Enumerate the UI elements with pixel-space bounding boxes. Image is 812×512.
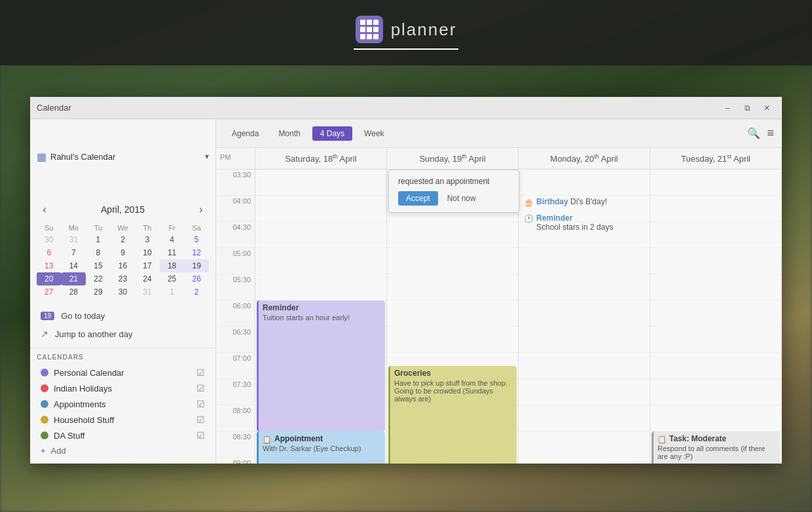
mini-cal-day[interactable]: 27 bbox=[37, 285, 62, 299]
groceries-event[interactable]: Groceries Have to pick up stuff from the… bbox=[388, 366, 517, 464]
time-slot[interactable] bbox=[650, 170, 781, 196]
time-slot[interactable] bbox=[650, 379, 781, 405]
time-slot[interactable] bbox=[387, 327, 518, 353]
time-slot[interactable] bbox=[519, 248, 650, 274]
not-now-button[interactable]: Not now bbox=[442, 191, 481, 206]
calendar-checkbox[interactable]: ☑ bbox=[196, 399, 205, 409]
time-slot[interactable] bbox=[650, 196, 781, 222]
time-slot[interactable] bbox=[650, 353, 781, 379]
task-icon: 📋 bbox=[657, 435, 667, 444]
go-to-today-action[interactable]: 19 Go to today bbox=[37, 308, 209, 324]
close-button[interactable]: ✕ bbox=[758, 101, 775, 115]
mini-cal-day[interactable]: 2 bbox=[111, 233, 136, 246]
mini-cal-day[interactable]: 30 bbox=[111, 285, 136, 299]
time-slot[interactable] bbox=[255, 196, 386, 222]
search-button[interactable]: 🔍 bbox=[747, 127, 760, 139]
time-slot[interactable] bbox=[519, 327, 650, 353]
jump-to-day-action[interactable]: ↗ Jump to another day bbox=[37, 325, 209, 342]
time-slot[interactable] bbox=[255, 170, 386, 196]
time-slot[interactable] bbox=[519, 170, 650, 196]
month-button[interactable]: Month bbox=[270, 126, 308, 141]
mini-cal-day[interactable]: 6 bbox=[37, 246, 62, 259]
mini-cal-day[interactable]: 1 bbox=[86, 233, 111, 246]
school-reminder-event[interactable]: 🕐 Reminder School stars in 2 days bbox=[521, 212, 647, 233]
time-slot[interactable] bbox=[650, 248, 781, 274]
agenda-button[interactable]: Agenda bbox=[224, 126, 267, 141]
time-slot[interactable] bbox=[387, 274, 518, 301]
calendar-checkbox[interactable]: ☑ bbox=[196, 414, 205, 425]
reminder-event[interactable]: Reminder Tuition starts an hour early! bbox=[257, 301, 385, 431]
mini-cal-day[interactable]: 30 bbox=[37, 233, 62, 246]
appointment-event[interactable]: 📋 Appointment With Dr. Sarkar (Eye Check… bbox=[257, 431, 385, 464]
mini-cal-day[interactable]: 5 bbox=[184, 233, 209, 246]
mini-cal-day[interactable]: 22 bbox=[86, 272, 111, 285]
add-calendar-button[interactable]: + Add bbox=[37, 443, 209, 458]
prev-month-button[interactable]: ‹ bbox=[37, 202, 52, 217]
mini-cal-day[interactable]: 26 bbox=[184, 272, 209, 285]
task-event[interactable]: 📋 Task: Moderate Respond to all comments… bbox=[652, 431, 780, 464]
time-grid[interactable]: 03:3004:0004:3005:0005:3006:0006:3007:00… bbox=[216, 170, 782, 464]
mini-cal-day[interactable]: 12 bbox=[184, 246, 209, 259]
time-slot[interactable] bbox=[387, 222, 518, 248]
time-slot[interactable] bbox=[519, 431, 650, 458]
accept-button[interactable]: Accept bbox=[398, 191, 438, 206]
menu-button[interactable]: ≡ bbox=[767, 126, 774, 140]
four-days-button[interactable]: 4 Days bbox=[312, 126, 352, 141]
time-slot[interactable] bbox=[650, 274, 781, 301]
time-slot[interactable] bbox=[650, 327, 781, 353]
time-slot[interactable] bbox=[387, 301, 518, 327]
calendar-icon: ▦ bbox=[37, 151, 46, 163]
time-slot[interactable] bbox=[519, 379, 650, 405]
birthday-event[interactable]: 🎂 Birthday Di's B'day! bbox=[521, 196, 647, 208]
week-button[interactable]: Week bbox=[356, 126, 392, 141]
restore-button[interactable]: ⧉ bbox=[739, 101, 756, 115]
time-slot[interactable] bbox=[519, 405, 650, 431]
minimize-button[interactable]: – bbox=[719, 101, 736, 115]
mini-cal-day[interactable]: 4 bbox=[160, 233, 185, 246]
mini-cal-day[interactable]: 25 bbox=[160, 272, 185, 285]
sidebar: ▦ Rahul's Calendar ▾ ‹ April, 2015 › SuM… bbox=[30, 119, 216, 464]
time-slot[interactable] bbox=[519, 458, 650, 464]
mini-cal-day[interactable]: 7 bbox=[62, 246, 86, 259]
mini-cal-day[interactable]: 10 bbox=[135, 246, 160, 259]
mini-cal-day[interactable]: 8 bbox=[86, 246, 111, 259]
mini-cal-day[interactable]: 1 bbox=[160, 285, 185, 299]
mini-cal-day[interactable]: 21 bbox=[62, 272, 86, 285]
mini-cal-day[interactable]: 24 bbox=[135, 272, 160, 285]
mini-cal-day[interactable]: 11 bbox=[160, 246, 185, 259]
mini-cal-day[interactable]: 28 bbox=[62, 285, 86, 299]
mini-cal-day[interactable]: 18 bbox=[160, 259, 185, 272]
time-slot[interactable] bbox=[519, 353, 650, 379]
calendar-item: Indian Holidays ☑ bbox=[37, 380, 209, 396]
time-slot[interactable] bbox=[387, 248, 518, 274]
mini-cal-day[interactable]: 31 bbox=[135, 285, 160, 299]
event-subtitle: With Dr. Sarkar (Eye Checkup) bbox=[263, 445, 381, 452]
mini-cal-day[interactable]: 19 bbox=[184, 259, 209, 272]
mini-cal-day[interactable]: 14 bbox=[62, 259, 86, 272]
mini-cal-day[interactable]: 31 bbox=[62, 233, 86, 246]
calendar-checkbox[interactable]: ☑ bbox=[196, 367, 205, 378]
mini-cal-day[interactable]: 17 bbox=[135, 259, 160, 272]
next-month-button[interactable]: › bbox=[193, 202, 209, 217]
time-slot[interactable] bbox=[255, 248, 386, 274]
calendar-checkbox[interactable]: ☑ bbox=[196, 383, 205, 393]
time-slot[interactable] bbox=[255, 274, 386, 301]
time-slot[interactable] bbox=[519, 274, 650, 301]
time-slot[interactable] bbox=[519, 301, 650, 327]
mini-cal-day[interactable]: 13 bbox=[37, 259, 62, 272]
mini-cal-day[interactable]: 20 bbox=[37, 272, 62, 285]
mini-cal-day[interactable]: 9 bbox=[111, 246, 136, 259]
mini-cal-day[interactable]: 3 bbox=[135, 233, 160, 246]
mini-cal-day[interactable]: 16 bbox=[111, 259, 136, 272]
calendar-checkbox[interactable]: ☑ bbox=[196, 430, 205, 441]
titlebar: Calendar – ⧉ ✕ bbox=[30, 97, 782, 119]
dropdown-arrow[interactable]: ▾ bbox=[205, 152, 209, 161]
mini-cal-day[interactable]: 2 bbox=[184, 285, 209, 299]
time-slot[interactable] bbox=[650, 301, 781, 327]
time-slot[interactable] bbox=[650, 405, 781, 431]
mini-cal-day[interactable]: 23 bbox=[111, 272, 136, 285]
time-slot[interactable] bbox=[255, 222, 386, 248]
mini-cal-day[interactable]: 15 bbox=[86, 259, 111, 272]
time-slot[interactable] bbox=[650, 222, 781, 248]
mini-cal-day[interactable]: 29 bbox=[86, 285, 111, 299]
